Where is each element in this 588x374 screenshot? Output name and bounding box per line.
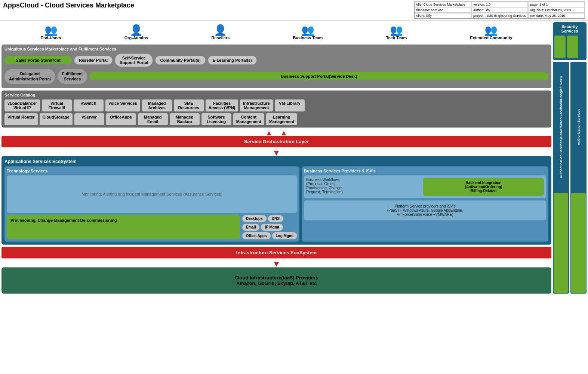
- sc-vswitch: vSwitch: [74, 99, 104, 111]
- persona-row: 👥 End-Users 👤 Org-Admins 👤 Resellers 👥 B…: [1, 22, 551, 43]
- sp-email: Email: [242, 224, 260, 231]
- resellers-icon: 👤: [214, 25, 227, 36]
- pills-row-3: Office Apps Log Mgmt: [242, 232, 298, 239]
- ubs-row2: DelegatedAdministration Portal Fulfillme…: [4, 69, 548, 84]
- provision-text: Provisioning, Change Management De-commi…: [10, 218, 117, 223]
- delegated-admin: DelegatedAdministration Portal: [4, 69, 55, 84]
- sc-vloadbalancer: vLoadBalancerVirtual IP: [4, 99, 40, 111]
- bottom-services: Provisioning, Change Management De-commi…: [7, 215, 297, 239]
- sc-voice-services: Voice Services: [105, 99, 140, 111]
- fulfillment-services: FulfillmentServices: [58, 69, 87, 84]
- ase-label: Applications Services EcoSystem: [4, 159, 548, 164]
- arrow-down-orch: ▼: [1, 150, 551, 156]
- org-admins-icon: 👤: [130, 25, 143, 36]
- persona-extended-community: 👥 Extended Community: [470, 25, 512, 40]
- ubs-row1: Sales Portal-Storefront Reseller Portal …: [4, 53, 548, 67]
- sc-managed-backup: ManagedBackup: [170, 113, 200, 125]
- sp-ipmgmt: IP Mgmt: [261, 224, 283, 231]
- end-users-label: End-Users: [41, 36, 61, 40]
- authz-panel: Authorization Services: [570, 62, 587, 294]
- sc-vserver: vServer: [74, 113, 104, 125]
- meta-origdate: org. date: October 23, 2009: [528, 7, 585, 13]
- main-content: 👥 End-Users 👤 Org-Admins 👤 Resellers 👥 B…: [1, 22, 551, 294]
- business-team-label: Business Team: [293, 36, 323, 40]
- meta-client: client: Sfly: [415, 13, 471, 18]
- auth-panel: Authentication Services (SAML/oAuth/Face…: [553, 62, 569, 294]
- ubs-section: Ubiquitous Services Marketplace and Fulf…: [1, 45, 551, 88]
- meta-revdate: rev. date: May 25, 2010: [528, 13, 585, 18]
- pills-row-1: Desktops DNS: [242, 215, 298, 222]
- infra-label: Infrastructure Services EcoSystem: [236, 250, 317, 255]
- persona-org-admins: 👤 Org-Admins: [124, 25, 148, 40]
- monitoring-box: Monitoring, Alerting and incident Manage…: [7, 175, 297, 213]
- sp-logmgmt: Log Mgmt: [272, 232, 298, 239]
- auth-panels: Authentication Services (SAML/oAuth/Face…: [553, 62, 587, 294]
- tech-team-label: Tech Team: [386, 36, 407, 40]
- org-admins-label: Org-Admins: [124, 36, 148, 40]
- security-col-2: [567, 36, 578, 58]
- sc-virtualfirewall: VirtualFirewalll: [42, 99, 72, 111]
- meta-version: version: 1.0: [471, 2, 528, 7]
- pills-row-2: Email IP Mgmt: [242, 224, 298, 231]
- ase-section: Applications Services EcoSystem Technolo…: [1, 156, 551, 245]
- sc-learning-mgmt: LearningManagement: [266, 113, 297, 125]
- extended-community-label: Extended Community: [470, 36, 512, 40]
- resellers-label: Resellers: [211, 36, 230, 40]
- infra-bar: Infrastructure Services EcoSystem: [1, 247, 551, 258]
- meta-title: title: Cloud Services Marketplace: [415, 2, 471, 7]
- auth-label: Authentication Services (SAML/oAuth/Face…: [553, 62, 569, 192]
- meta-author: author: Sfly: [471, 7, 528, 13]
- auth-green: [554, 193, 568, 293]
- reseller-portal: Reseller Portal: [74, 56, 113, 65]
- sc-cloudstorage: CloudStorage: [40, 113, 73, 125]
- orchestration-label: Service Orchastration Layer: [244, 139, 309, 144]
- sc-officeapps: OfficeApps: [106, 113, 136, 125]
- sc-content-mgmt: ContentManagement: [233, 113, 264, 125]
- ase-inner: Technology Services Monitoring, Alerting…: [4, 166, 548, 242]
- sp-dns: DNS: [268, 215, 283, 222]
- authz-green: [571, 193, 586, 293]
- business-support: Business Support Portal(Service Desk): [89, 72, 548, 80]
- security-col-1: [554, 36, 566, 58]
- extended-community-icon: 👥: [484, 25, 498, 36]
- sc-label: Service Catalog: [4, 93, 548, 97]
- security-label: Security Services: [554, 24, 585, 33]
- backend-box: Backend Integration(Activation/Ordering)…: [423, 178, 544, 196]
- sc-row1: vLoadBalancerVirtual IP VirtualFirewalll…: [4, 99, 548, 111]
- persona-resellers: 👤 Resellers: [211, 25, 230, 40]
- biz-services-box: Business Services Providers & ISV's Busi…: [302, 166, 548, 242]
- monitoring-text: Monitoring, Alerting and incident Manage…: [81, 192, 222, 196]
- sp-officeapps: Office Apps: [242, 232, 271, 239]
- orchestration-bar: Service Orchastration Layer: [1, 136, 551, 147]
- persona-tech-team: 👥 Tech Team: [386, 25, 407, 40]
- ubs-label: Ubiquitous Services Marketplace and Fulf…: [4, 47, 548, 51]
- biz-workflow-box: Business Workflows(Proposal, Order,Provi…: [304, 175, 546, 198]
- sp-desktops: Desktops: [242, 215, 267, 222]
- tech-team-icon: 👥: [390, 25, 403, 36]
- self-service-portal: Self-ServiceSupport Portal: [115, 53, 153, 67]
- arrow-down-infra: ▼: [1, 261, 551, 267]
- meta-project: project: - IMS Engineering Services: [471, 13, 528, 18]
- page-header: AppsCloud - Cloud Services Marketplace t…: [0, 0, 588, 21]
- cloud-line2: Amazon, GoGrid, Skytap, AT&T etc: [9, 280, 544, 286]
- service-pills: Desktops DNS Email IP Mgmt Office Apps L…: [242, 215, 298, 239]
- sc-virtual-router: Virtual Router: [4, 113, 38, 125]
- persona-business-team: 👥 Business Team: [293, 25, 323, 40]
- main-layout: 👥 End-Users 👤 Org-Admins 👤 Resellers 👥 B…: [0, 21, 588, 295]
- sales-portal: Sales Portal-Storefront: [4, 56, 72, 64]
- right-panel: Security Services Authentication Service…: [553, 22, 587, 294]
- platform-box: Platform Service providers and ISV's(Paa…: [304, 200, 546, 220]
- provision-box: Provisioning, Change Management De-commi…: [7, 215, 240, 239]
- biz-workflow-text: Business Workflows(Proposal, Order,Provi…: [306, 178, 421, 196]
- arrows-up: ▲ ▲: [1, 130, 551, 136]
- cloud-section: Cloud Infrastructure(IaaS) Providers Ama…: [1, 267, 551, 294]
- sc-software-licensing: SoftwareLicensing: [201, 113, 231, 125]
- sc-managed-archives: ManagedArchives: [142, 99, 172, 111]
- page-title: AppsCloud - Cloud Services Marketplace: [3, 1, 134, 9]
- service-catalog-section: Service Catalog vLoadBalancerVirtual IP …: [1, 91, 551, 128]
- sc-managed-email: ManagedEmail: [138, 113, 168, 125]
- header-meta: title: Cloud Services Marketplace versio…: [414, 1, 585, 19]
- tech-services-box: Technology Services Monitoring, Alerting…: [4, 166, 299, 242]
- sc-vm-library: VM-Library: [275, 99, 305, 111]
- persona-end-users: 👥 End-Users: [41, 25, 61, 40]
